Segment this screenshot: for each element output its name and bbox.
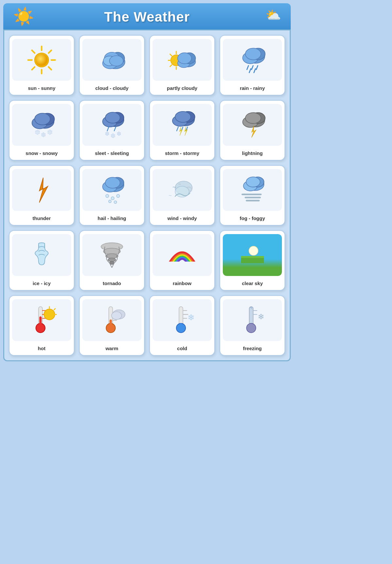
svg-line-5 bbox=[32, 50, 35, 53]
svg-point-74 bbox=[114, 201, 117, 203]
header-cloud-icon: ⛅ bbox=[266, 8, 281, 22]
svg-text:❄: ❄ bbox=[258, 312, 264, 321]
weather-card-hail-hailing: hail - hailing bbox=[79, 165, 145, 226]
weather-icon-clear-sky bbox=[223, 234, 282, 276]
weather-label-storm-stormy: storm - stormy bbox=[165, 150, 199, 156]
weather-label-cloud-cloudy: cloud - cloudy bbox=[95, 85, 129, 91]
weather-label-warm: warm bbox=[106, 346, 118, 351]
page-header: ☀️ The Weather ⛅ bbox=[3, 3, 291, 29]
svg-point-38 bbox=[35, 113, 50, 125]
weather-label-partly-cloudy: partly cloudy bbox=[167, 85, 197, 91]
svg-point-25 bbox=[178, 53, 191, 64]
svg-rect-97 bbox=[241, 257, 264, 263]
svg-line-21 bbox=[170, 65, 172, 66]
svg-line-7 bbox=[49, 50, 51, 53]
svg-point-73 bbox=[108, 200, 111, 202]
weather-icon-cloud-cloudy bbox=[82, 39, 141, 81]
svg-point-72 bbox=[117, 194, 120, 197]
weather-card-wind-windy: ~ ~ ~ wind - windy bbox=[149, 165, 215, 226]
svg-text:❄: ❄ bbox=[117, 130, 121, 137]
weather-card-storm-stormy: storm - stormy bbox=[149, 100, 215, 161]
weather-icon-rain-rainy bbox=[223, 39, 282, 81]
weather-label-ice-icy: ice - icy bbox=[33, 281, 51, 286]
weather-label-rainbow: rainbow bbox=[173, 281, 192, 286]
weather-icon-sun-sunny bbox=[12, 39, 71, 81]
svg-point-54 bbox=[175, 111, 191, 122]
weather-card-cold: ❄ cold bbox=[149, 295, 215, 356]
weather-card-hot: hot bbox=[9, 295, 74, 356]
weather-label-sleet-sleeting: sleet - sleeting bbox=[95, 150, 129, 156]
weather-label-wind-windy: wind - windy bbox=[168, 215, 197, 221]
svg-rect-111 bbox=[109, 319, 112, 329]
weather-grid: sun - sunny cloud - cloudy bbox=[9, 35, 285, 356]
svg-line-20 bbox=[170, 54, 172, 56]
svg-point-105 bbox=[44, 309, 55, 320]
svg-point-116 bbox=[111, 312, 122, 319]
svg-text:~: ~ bbox=[169, 193, 172, 199]
weather-card-rain-rainy: rain - rainy bbox=[220, 35, 285, 95]
weather-label-snow-snowy: snow - snowy bbox=[25, 150, 57, 156]
svg-line-34 bbox=[254, 69, 255, 73]
svg-text:❄: ❄ bbox=[47, 128, 53, 136]
weather-icon-sleet-sleeting: ❄ ❄ ❄ bbox=[82, 104, 141, 146]
weather-card-clear-sky: clear sky bbox=[220, 230, 285, 291]
svg-rect-98 bbox=[241, 256, 264, 258]
weather-icon-wind-windy: ~ ~ ~ bbox=[153, 169, 212, 211]
weather-icon-lightning bbox=[223, 104, 282, 146]
svg-point-15 bbox=[109, 56, 123, 66]
weather-card-rainbow: rainbow bbox=[149, 230, 215, 291]
main-content: sun - sunny cloud - cloudy bbox=[3, 29, 291, 361]
weather-icon-hot bbox=[12, 299, 71, 341]
weather-icon-fog-foggy bbox=[223, 169, 282, 211]
svg-line-107 bbox=[54, 308, 56, 310]
svg-line-55 bbox=[177, 127, 178, 131]
svg-line-46 bbox=[107, 127, 109, 131]
weather-card-freezing: ❄ freezing bbox=[220, 295, 285, 356]
svg-text:❄: ❄ bbox=[35, 128, 41, 136]
weather-label-freezing: freezing bbox=[243, 346, 262, 351]
weather-icon-storm-stormy bbox=[153, 104, 212, 146]
weather-label-cold: cold bbox=[177, 346, 187, 351]
weather-card-tornado: tornado bbox=[79, 230, 145, 291]
weather-icon-snow-snowy: ❄ ❄ ❄ bbox=[12, 104, 71, 146]
weather-card-warm: warm bbox=[79, 295, 145, 356]
weather-icon-thunder bbox=[12, 169, 71, 211]
svg-point-70 bbox=[106, 194, 109, 197]
svg-text:~: ~ bbox=[178, 181, 181, 187]
svg-point-83 bbox=[246, 177, 260, 187]
svg-line-8 bbox=[32, 67, 35, 69]
svg-point-96 bbox=[250, 247, 257, 255]
weather-icon-partly-cloudy bbox=[153, 39, 212, 81]
weather-card-ice-icy: ice - icy bbox=[9, 230, 74, 291]
svg-rect-94 bbox=[167, 262, 198, 266]
weather-card-fog-foggy: fog - foggy bbox=[220, 165, 285, 226]
weather-card-sun-sunny: sun - sunny bbox=[9, 35, 74, 95]
svg-line-47 bbox=[114, 127, 116, 131]
weather-card-thunder: thunder bbox=[9, 165, 74, 226]
svg-rect-101 bbox=[39, 316, 41, 329]
weather-card-snow-snowy: ❄ ❄ ❄ snow - snowy bbox=[9, 100, 74, 161]
weather-icon-warm bbox=[82, 299, 141, 341]
svg-point-29 bbox=[245, 48, 261, 60]
page-title: The Weather bbox=[104, 9, 190, 25]
svg-line-6 bbox=[49, 67, 51, 69]
header-sun-icon: ☀️ bbox=[13, 7, 34, 26]
weather-card-cloud-cloudy: cloud - cloudy bbox=[79, 35, 145, 95]
svg-point-9 bbox=[36, 54, 48, 66]
weather-icon-cold: ❄ bbox=[153, 299, 212, 341]
weather-card-lightning: lightning bbox=[220, 100, 285, 161]
weather-card-partly-cloudy: partly cloudy bbox=[149, 35, 215, 95]
svg-text:❄: ❄ bbox=[105, 130, 109, 137]
svg-point-63 bbox=[245, 112, 261, 123]
svg-point-69 bbox=[105, 177, 120, 188]
svg-line-30 bbox=[247, 65, 249, 69]
weather-label-fog-foggy: fog - foggy bbox=[240, 215, 265, 221]
weather-label-clear-sky: clear sky bbox=[242, 281, 263, 286]
svg-marker-65 bbox=[39, 178, 48, 202]
svg-marker-64 bbox=[252, 126, 256, 137]
weather-icon-tornado bbox=[82, 234, 141, 276]
weather-card-sleet-sleeting: ❄ ❄ ❄ sleet - sleeting bbox=[79, 100, 145, 161]
svg-line-31 bbox=[252, 65, 253, 69]
weather-label-thunder: thunder bbox=[33, 215, 51, 221]
svg-text:❄: ❄ bbox=[41, 131, 46, 138]
